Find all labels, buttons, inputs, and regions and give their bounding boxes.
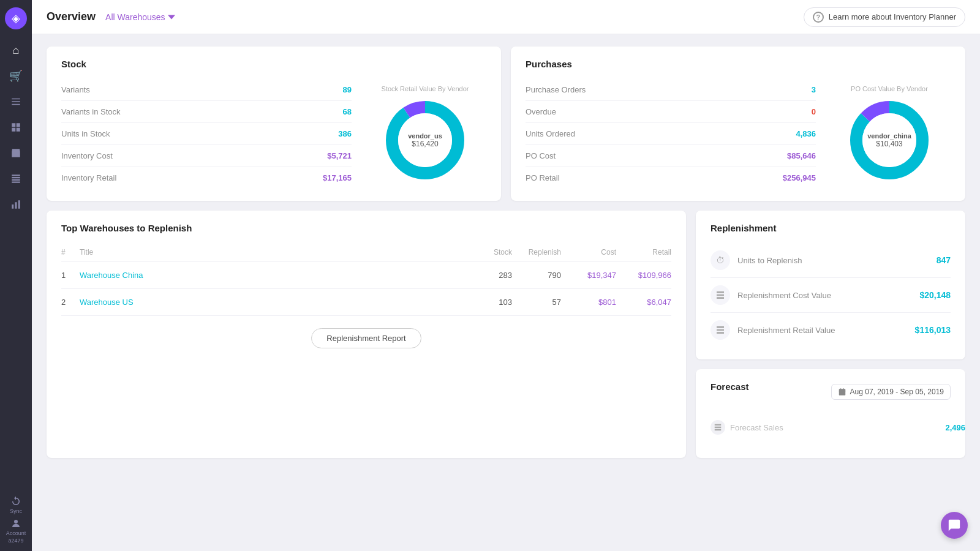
sidebar-item-bag[interactable]: 🛒 bbox=[5, 65, 27, 87]
row1-cost: $19,347 bbox=[561, 271, 616, 280]
top-warehouses-title: Top Warehouses to Replenish bbox=[61, 223, 671, 233]
sidebar-item-overview[interactable]: ⌂ bbox=[5, 39, 27, 61]
cost-icon bbox=[710, 285, 730, 305]
stock-title: Stock bbox=[61, 59, 486, 69]
svg-rect-2 bbox=[12, 104, 20, 105]
purchases-metrics: Purchase Orders 3 Overdue 0 Units Ordere… bbox=[526, 79, 816, 189]
purchase-orders-row: Purchase Orders 3 bbox=[526, 79, 816, 101]
po-cost-value: $85,646 bbox=[787, 151, 816, 160]
main-area: Overview All Warehouses ? Learn more abo… bbox=[32, 0, 980, 551]
po-cost-row: PO Cost $85,646 bbox=[526, 145, 816, 167]
replenish-btn-wrap: Replenishment Report bbox=[61, 328, 671, 348]
variants-row: Variants 89 bbox=[61, 79, 352, 101]
row2-cost: $801 bbox=[561, 298, 616, 307]
svg-rect-1 bbox=[12, 101, 20, 102]
variants-value: 89 bbox=[343, 85, 352, 94]
sidebar-item-grid[interactable] bbox=[5, 116, 27, 138]
stock-metrics: Variants 89 Variants in Stock 68 Units i… bbox=[61, 79, 352, 189]
svg-rect-12 bbox=[15, 202, 17, 209]
dropdown-label: All Warehouses bbox=[105, 12, 165, 22]
forecast-header: Forecast Aug 07, 2019 - Sep 05, 2019 bbox=[710, 381, 951, 402]
units-in-stock-value: 386 bbox=[338, 129, 352, 138]
calendar-icon bbox=[838, 388, 846, 396]
replen-retail-value: $116,013 bbox=[915, 325, 951, 335]
inventory-cost-label: Inventory Cost bbox=[61, 151, 113, 160]
row2-stock: 103 bbox=[463, 298, 512, 307]
svg-rect-9 bbox=[12, 179, 20, 181]
sync-label: Sync bbox=[10, 508, 22, 514]
svg-rect-6 bbox=[17, 128, 20, 132]
replen-cost-item: Replenishment Cost Value $20,148 bbox=[710, 278, 951, 313]
row2-replenish: 57 bbox=[512, 298, 561, 307]
sidebar: ◈ ⌂ 🛒 Sync Account a2479 bbox=[0, 0, 32, 551]
top-row: Stock Variants 89 Variants in Stock 68 U… bbox=[47, 47, 965, 201]
replenishment-title: Replenishment bbox=[710, 223, 951, 233]
po-retail-row: PO Retail $256,945 bbox=[526, 167, 816, 189]
svg-rect-0 bbox=[12, 99, 20, 100]
sidebar-item-analytics[interactable] bbox=[5, 193, 27, 216]
variants-label: Variants bbox=[61, 85, 90, 94]
warehouse-dropdown[interactable]: All Warehouses bbox=[105, 12, 175, 22]
help-button[interactable]: ? Learn more about Inventory Planner bbox=[804, 7, 965, 27]
inventory-cost-row: Inventory Cost $5,721 bbox=[61, 145, 352, 167]
svg-rect-4 bbox=[17, 123, 20, 127]
units-ordered-label: Units Ordered bbox=[526, 129, 575, 138]
units-in-stock-row: Units in Stock 386 bbox=[61, 123, 352, 145]
svg-rect-13 bbox=[18, 200, 20, 209]
row2-num: 2 bbox=[61, 298, 80, 307]
content-area: Stock Variants 89 Variants in Stock 68 U… bbox=[32, 34, 980, 551]
svg-rect-7 bbox=[12, 174, 20, 176]
svg-rect-21 bbox=[839, 389, 845, 395]
purchases-chart-title: PO Cost Value By Vendor bbox=[851, 85, 928, 92]
sidebar-item-shop[interactable] bbox=[5, 142, 27, 164]
account-label: Account bbox=[6, 530, 26, 536]
svg-rect-3 bbox=[12, 123, 15, 127]
help-text: Learn more about Inventory Planner bbox=[829, 12, 956, 21]
replen-cost-label: Replenishment Cost Value bbox=[737, 291, 912, 300]
svg-rect-8 bbox=[12, 177, 20, 178]
units-to-replenish-item: ⏱ Units to Replenish 847 bbox=[710, 243, 951, 278]
bottom-row: Top Warehouses to Replenish # Title Stoc… bbox=[47, 211, 965, 458]
svg-rect-11 bbox=[12, 204, 13, 209]
row1-replenish: 790 bbox=[512, 271, 561, 280]
top-warehouses-card: Top Warehouses to Replenish # Title Stoc… bbox=[47, 211, 686, 458]
purchase-orders-value: 3 bbox=[812, 85, 816, 94]
stock-donut-value: $16,420 bbox=[408, 140, 442, 148]
stock-donut-label: vendor_us bbox=[408, 132, 442, 140]
variants-in-stock-value: 68 bbox=[343, 107, 352, 116]
purchases-card: Purchases Purchase Orders 3 Overdue 0 Un… bbox=[511, 47, 965, 201]
col-retail: Retail bbox=[616, 248, 671, 257]
table-row: 1 Warehouse China 283 790 $19,347 $109,9… bbox=[61, 262, 671, 289]
row1-stock: 283 bbox=[463, 271, 512, 280]
inventory-retail-value: $17,165 bbox=[323, 173, 352, 182]
date-range-button[interactable]: Aug 07, 2019 - Sep 05, 2019 bbox=[831, 384, 951, 400]
po-cost-label: PO Cost bbox=[526, 151, 556, 160]
stock-donut-chart: vendor_us $16,420 bbox=[382, 97, 468, 183]
overdue-label: Overdue bbox=[526, 107, 556, 116]
header: Overview All Warehouses ? Learn more abo… bbox=[32, 0, 980, 34]
svg-rect-10 bbox=[12, 182, 20, 183]
replenishment-card: Replenishment ⏱ Units to Replenish 847 R… bbox=[696, 211, 965, 359]
purchases-donut-chart: vendor_china $10,403 bbox=[846, 97, 932, 183]
chat-bubble[interactable] bbox=[941, 512, 968, 539]
logo-icon: ◈ bbox=[12, 12, 20, 25]
row2-title[interactable]: Warehouse US bbox=[80, 298, 463, 307]
row1-title[interactable]: Warehouse China bbox=[80, 271, 463, 280]
purchases-donut-value: $10,403 bbox=[867, 140, 911, 148]
replenishment-report-button[interactable]: Replenishment Report bbox=[311, 328, 421, 348]
col-replenish: Replenish bbox=[512, 248, 561, 257]
sidebar-item-list[interactable] bbox=[5, 91, 27, 113]
units-in-stock-label: Units in Stock bbox=[61, 129, 110, 138]
inventory-retail-label: Inventory Retail bbox=[61, 173, 116, 182]
sync-button[interactable]: Sync bbox=[10, 496, 22, 514]
svg-point-14 bbox=[14, 520, 18, 523]
clock-icon: ⏱ bbox=[710, 250, 730, 270]
forecast-content: Forecast Sales 2,496 bbox=[710, 409, 951, 446]
forecast-title: Forecast bbox=[710, 381, 749, 392]
table-row: 2 Warehouse US 103 57 $801 $6,047 bbox=[61, 289, 671, 316]
app-logo[interactable]: ◈ bbox=[5, 7, 27, 29]
purchases-title: Purchases bbox=[526, 59, 951, 69]
account-button[interactable]: Account a2479 bbox=[6, 518, 26, 544]
account-id: a2479 bbox=[8, 538, 23, 544]
sidebar-item-table[interactable] bbox=[5, 168, 27, 190]
